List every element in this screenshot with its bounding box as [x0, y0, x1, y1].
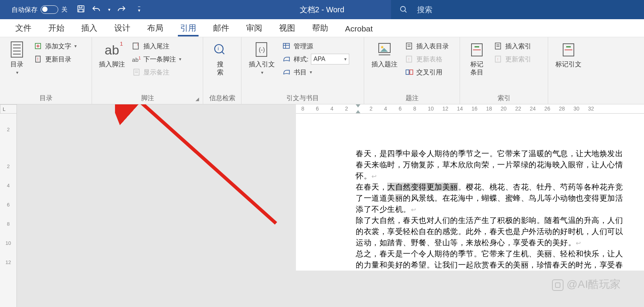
style-dropdown[interactable]: APA▾ [311, 54, 349, 64]
insert-citation-button[interactable]: (-) 插入引文 ▾ [245, 40, 279, 75]
svg-text:!: ! [37, 57, 38, 62]
undo-icon[interactable] [91, 5, 101, 15]
research-search-button[interactable]: i 搜 索 [206, 40, 234, 77]
autosave-toggle[interactable]: 自动保存 关 [12, 5, 67, 14]
insert-index-button[interactable]: 插入索引 [491, 40, 534, 53]
insert-index-icon [494, 41, 503, 51]
autosave-label: 自动保存 [12, 5, 38, 14]
cross-reference-button[interactable]: 交叉引用 [402, 66, 451, 79]
add-text-icon [34, 41, 43, 51]
svg-rect-42 [495, 43, 501, 49]
group-label-toc: 目录 [3, 92, 89, 104]
svg-point-3 [401, 7, 406, 12]
annotation-arrow-icon [115, 104, 291, 235]
update-toc-button[interactable]: ! 更新目录 [31, 53, 79, 66]
next-footnote-icon: ab1 [132, 54, 141, 64]
svg-text:!: ! [408, 57, 409, 62]
undo-dropdown-icon[interactable]: ▾ [108, 7, 110, 12]
svg-rect-36 [406, 70, 409, 74]
svg-text:!: ! [497, 57, 498, 62]
update-index-button[interactable]: ! 更新索引 [491, 53, 534, 66]
save-icon[interactable] [77, 5, 85, 15]
mark-entry-icon [468, 41, 486, 59]
next-footnote-button[interactable]: ab1 下一条脚注▾ [130, 53, 184, 66]
cross-ref-icon [405, 68, 414, 77]
show-notes-button[interactable]: 显示备注 [130, 66, 184, 79]
svg-rect-31 [406, 43, 412, 49]
tab-design[interactable]: 设计 [106, 23, 139, 36]
group-label-captions: 题注 [367, 92, 457, 104]
tab-layout[interactable]: 布局 [139, 23, 172, 36]
insert-endnote-button[interactable]: i 插入尾注 [130, 40, 184, 53]
search-box[interactable]: 搜索 [391, 0, 644, 19]
insert-caption-button[interactable]: 插入题注 [367, 40, 402, 68]
para-line: 春天来临时，万物复苏，草木欣欣向荣，一片翠绿的花海映入眼帘，让人心情 [356, 159, 644, 170]
mark-entry-button[interactable]: 标记 条目 [463, 40, 491, 77]
watermark-logo-icon [552, 279, 564, 291]
group-label-footnote: 脚注◢ [95, 92, 200, 104]
bibliography-button[interactable]: 书目▾ [280, 66, 352, 79]
mark-citation-button[interactable]: 标记引文 [551, 40, 586, 68]
first-line-indent-icon[interactable] [356, 104, 360, 107]
para-line: 怀。↩ [356, 170, 644, 182]
horizontal-ruler[interactable]: 8 6 4 2 2 4 6 8 10 12 14 16 18 20 22 24 … [296, 104, 644, 114]
footnote-icon: ab1 [103, 41, 121, 59]
style-icon [282, 54, 291, 64]
citation-icon: (-) [253, 41, 271, 59]
autosave-state: 关 [61, 6, 67, 14]
update-index-icon: ! [494, 54, 503, 64]
search-icon: i [211, 41, 229, 59]
tab-references[interactable]: 引用 [172, 23, 205, 36]
svg-point-20 [215, 45, 223, 53]
tab-file[interactable]: 文件 [7, 23, 40, 36]
add-text-button[interactable]: 添加文字▾ [31, 40, 79, 53]
insert-footnote-button[interactable]: ab1 插入脚注 [95, 40, 129, 68]
document-workspace: L 2 2 4 6 8 10 12 8 6 4 2 2 4 6 8 10 12 … [0, 104, 644, 307]
group-label-index: 索引 [463, 92, 545, 104]
ribbon-tabs: 文件 开始 插入 设计 布局 引用 邮件 审阅 视图 帮助 Acrobat [0, 19, 644, 37]
svg-line-21 [222, 52, 224, 54]
dialog-launcher-icon[interactable]: ◢ [196, 96, 199, 102]
para-line: 运动，如踏青、野餐、登山等，来放松身心，享受春天的美好。↩ [356, 237, 644, 248]
group-label-citations: 引文与书目 [245, 92, 361, 104]
update-table-icon: ! [405, 54, 414, 64]
caption-icon [376, 41, 393, 59]
selected-text[interactable]: 大自然变得更加美丽 [387, 183, 458, 191]
toggle-switch-icon[interactable] [41, 5, 58, 14]
para-line: 的衣裳，享受轻松自在的感觉。此外，春天也是户外活动的好时机，人们可以 [356, 226, 644, 237]
search-icon [399, 5, 408, 14]
svg-rect-2 [79, 9, 83, 12]
tab-home[interactable]: 开始 [40, 23, 73, 36]
tab-help[interactable]: 帮助 [304, 23, 337, 36]
svg-rect-25 [283, 43, 289, 48]
group-label-research: 信息检索 [206, 92, 238, 104]
citation-style-select[interactable]: 样式: APA▾ [280, 53, 352, 66]
redo-icon[interactable] [117, 5, 127, 15]
title-bar: 自动保存 关 ▾ ▾ 文档2 - Word 搜索 [0, 0, 644, 19]
qat-customize-icon[interactable]: ▾ [138, 7, 140, 13]
para-line: 添了不少生机。↩ [356, 204, 644, 215]
tab-view[interactable]: 视图 [271, 23, 304, 36]
update-toc-icon: ! [34, 54, 43, 64]
para-line: 的力量和美好的希望。让我们一起欣赏春天的美丽，珍惜春天的时光，享受春 [356, 259, 644, 271]
para-line: 总之，春天是一个令人期待的季节。它带来了生机、美丽、轻松和快乐，让人 [356, 248, 644, 259]
show-notes-icon [132, 68, 141, 77]
svg-text:i: i [218, 46, 219, 51]
hanging-indent-icon[interactable] [356, 110, 360, 113]
svg-rect-37 [410, 70, 413, 74]
manage-sources-button[interactable]: 管理源 [280, 40, 352, 53]
tab-review[interactable]: 审阅 [238, 23, 271, 36]
vertical-ruler[interactable]: 2 2 4 6 8 10 12 [0, 114, 17, 307]
tab-acrobat[interactable]: Acrobat [337, 24, 381, 36]
update-table-button[interactable]: ! 更新表格 [402, 53, 451, 66]
insert-table-of-figures-button[interactable]: 插入表目录 [402, 40, 451, 53]
tab-mailings[interactable]: 邮件 [205, 23, 238, 36]
ruler-corner: L [0, 104, 17, 114]
tab-insert[interactable]: 插入 [73, 23, 106, 36]
svg-rect-5 [11, 42, 23, 57]
toc-button[interactable]: 目录 ▾ [3, 40, 31, 75]
svg-rect-17 [134, 69, 139, 75]
ribbon: 目录 ▾ 添加文字▾ ! 更新目录 目录 ab1 插入脚注 [0, 37, 644, 104]
svg-text:i: i [137, 43, 138, 46]
document-page[interactable]: 春天，是四季中最令人期待的季节之一。它带来了温暖的气息，让大地焕发出 春天来临时… [296, 114, 644, 271]
